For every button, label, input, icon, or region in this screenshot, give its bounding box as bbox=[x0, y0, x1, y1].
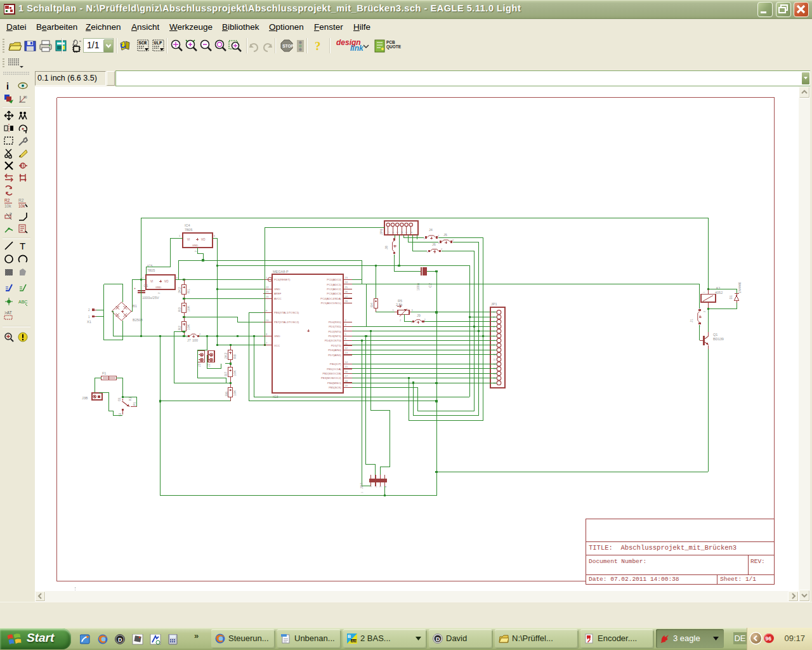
svg-text:2: 2 bbox=[438, 234, 440, 237]
svg-text:3: 3 bbox=[494, 321, 495, 323]
svg-text:3: 3 bbox=[176, 276, 178, 279]
svg-text:16: 16 bbox=[345, 370, 348, 373]
svg-text:2K2: 2K2 bbox=[178, 287, 181, 293]
svg-text:STOP: STOP bbox=[282, 44, 294, 48]
svg-text:PC0(ADC0): PC0(ADC0) bbox=[327, 278, 341, 281]
svg-text:8: 8 bbox=[494, 344, 495, 347]
svg-text:2: 2 bbox=[199, 333, 201, 336]
svg-text:O1: O1 bbox=[118, 397, 121, 401]
svg-text:1: 1 bbox=[142, 276, 144, 279]
svg-text:11: 11 bbox=[494, 359, 496, 361]
svg-text:1: 1 bbox=[370, 486, 372, 488]
svg-text:2: 2 bbox=[392, 232, 395, 233]
svg-text:16: 16 bbox=[494, 382, 496, 385]
svg-text:PB0(ICP): PB0(ICP) bbox=[330, 362, 342, 366]
svg-text:R1: R1 bbox=[187, 289, 190, 293]
svg-text:7805: 7805 bbox=[147, 269, 155, 272]
svg-text:PD0(RXD): PD0(RXD) bbox=[329, 321, 342, 324]
svg-text:15: 15 bbox=[494, 377, 496, 380]
svg-text:IC4: IC4 bbox=[185, 223, 190, 227]
svg-text:PB5(SCK): PB5(SCK) bbox=[329, 386, 341, 389]
svg-text:17: 17 bbox=[345, 375, 348, 378]
svg-text:J3B: J3B bbox=[82, 396, 88, 400]
svg-text:8: 8 bbox=[266, 333, 268, 336]
svg-text:K1: K1 bbox=[129, 397, 132, 401]
svg-text:R: R bbox=[10, 212, 12, 216]
svg-text:IC3: IC3 bbox=[273, 395, 278, 399]
svg-text:2: 2 bbox=[375, 486, 377, 488]
svg-text:+: + bbox=[134, 286, 136, 290]
svg-text:PD3(INT1): PD3(INT1) bbox=[328, 335, 341, 338]
svg-text:J8: J8 bbox=[384, 246, 388, 249]
svg-text:PB2(SS/OC1B): PB2(SS/OC1B) bbox=[322, 372, 341, 375]
svg-text:6: 6 bbox=[345, 337, 347, 340]
svg-text:3: 3 bbox=[412, 308, 414, 312]
svg-text:2: 2 bbox=[424, 318, 426, 321]
svg-text:2: 2 bbox=[452, 239, 454, 242]
svg-text:JP1: JP1 bbox=[491, 302, 497, 306]
svg-text:AREF: AREF bbox=[274, 292, 282, 295]
svg-text:22: 22 bbox=[266, 286, 269, 289]
svg-text:PB1(OC1A): PB1(OC1A) bbox=[327, 368, 341, 371]
svg-text:R2: R2 bbox=[18, 198, 24, 202]
svg-text:AVCC: AVCC bbox=[274, 297, 282, 300]
svg-text:R5: R5 bbox=[398, 299, 402, 303]
svg-text:J1: J1 bbox=[690, 319, 693, 322]
svg-text:2: 2 bbox=[157, 292, 160, 294]
svg-text:4: 4 bbox=[384, 486, 387, 488]
svg-text:PB3(MOSI/OC2): PB3(MOSI/OC2) bbox=[321, 376, 342, 380]
svg-text:PD6(AIN0): PD6(AIN0) bbox=[328, 348, 341, 352]
svg-text:18: 18 bbox=[345, 380, 348, 383]
svg-text:PB6(XTAL1/TOSC1): PB6(XTAL1/TOSC1) bbox=[274, 311, 299, 314]
svg-text:VI: VI bbox=[150, 280, 153, 283]
svg-text:1: 1 bbox=[393, 308, 395, 312]
svg-text:90: 90 bbox=[23, 95, 27, 99]
svg-text:2: 2 bbox=[441, 248, 443, 251]
svg-text:Sheet: 1/1: Sheet: 1/1 bbox=[720, 576, 756, 583]
svg-text:2,5k: 2,5k bbox=[396, 303, 403, 307]
svg-text:BD139: BD139 bbox=[713, 337, 724, 341]
svg-text:3: 3 bbox=[214, 234, 216, 237]
svg-text:27: 27 bbox=[345, 295, 348, 298]
svg-text:PD5(T1): PD5(T1) bbox=[331, 344, 342, 347]
svg-text:24: 24 bbox=[345, 281, 348, 284]
svg-text:Date: 07.02.2011 14:00:38: Date: 07.02.2011 14:00:38 bbox=[589, 576, 679, 583]
svg-text:R7: R7 bbox=[225, 372, 228, 376]
svg-text:1000u/25V: 1000u/25V bbox=[142, 296, 159, 300]
svg-text:10K: 10K bbox=[233, 390, 237, 396]
svg-text:14: 14 bbox=[345, 361, 348, 364]
svg-text:2K2: 2K2 bbox=[225, 353, 228, 359]
svg-text:20: 20 bbox=[266, 295, 269, 298]
svg-text:PB4(MISO): PB4(MISO) bbox=[327, 381, 342, 385]
svg-text:J4: J4 bbox=[429, 228, 433, 232]
svg-text:PC4(ADC4/SDA): PC4(ADC4/SDA) bbox=[320, 297, 341, 300]
svg-text:JP6: JP6 bbox=[379, 229, 383, 235]
svg-text:VO: VO bbox=[201, 238, 206, 241]
svg-text:4052: 4052 bbox=[715, 291, 723, 295]
svg-text:VI: VI bbox=[187, 238, 190, 241]
svg-text:GND: GND bbox=[274, 335, 280, 338]
svg-text:PC6(RESET): PC6(RESET) bbox=[274, 278, 291, 281]
svg-text:GND: GND bbox=[274, 288, 280, 291]
svg-text:5: 5 bbox=[345, 333, 347, 336]
svg-text:C1: C1 bbox=[144, 284, 148, 288]
svg-text:2: 2 bbox=[194, 250, 197, 252]
svg-text:R6: R6 bbox=[225, 392, 228, 396]
svg-text:2: 2 bbox=[400, 319, 402, 322]
svg-text:13: 13 bbox=[345, 351, 348, 354]
svg-text:10K: 10K bbox=[233, 370, 237, 376]
svg-text:D: D bbox=[118, 637, 122, 643]
svg-text:5: 5 bbox=[405, 232, 408, 233]
svg-text:AVR: AVR bbox=[351, 640, 358, 643]
svg-text:GND: GND bbox=[192, 244, 198, 247]
svg-text:R4: R4 bbox=[370, 303, 374, 307]
svg-text:1: 1 bbox=[266, 276, 268, 279]
svg-text:?: ? bbox=[315, 39, 321, 53]
svg-text:J5: J5 bbox=[443, 233, 447, 237]
svg-text:J9: J9 bbox=[417, 314, 421, 317]
svg-text:10K: 10K bbox=[187, 324, 190, 330]
svg-text:R8: R8 bbox=[233, 354, 237, 359]
svg-text:10: 10 bbox=[266, 319, 269, 322]
svg-text:21: 21 bbox=[266, 290, 269, 293]
svg-text:GND: GND bbox=[155, 286, 161, 289]
